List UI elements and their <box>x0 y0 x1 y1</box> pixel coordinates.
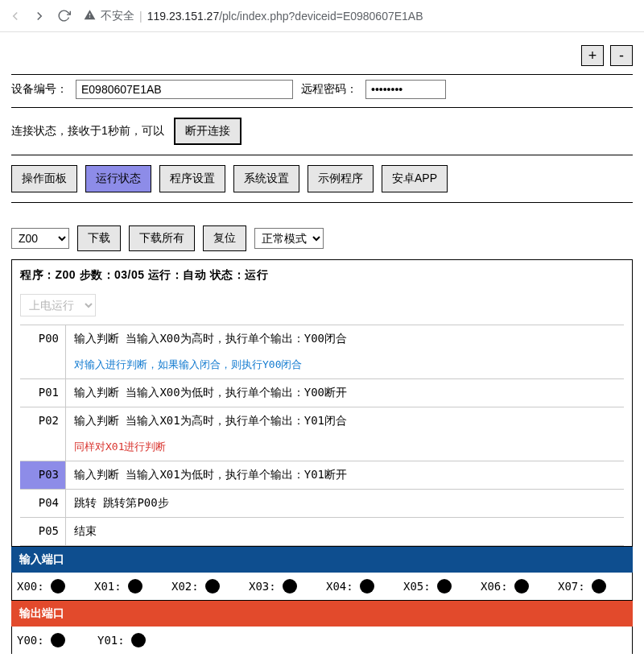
step-note: 同样对X01进行判断 <box>74 428 616 454</box>
port-indicator-icon <box>51 633 65 647</box>
port-label: Y00: <box>17 634 44 647</box>
step-text: 输入判断 当输入X00为高时，执行单个输出：Y00闭合对输入进行判断，如果输入闭… <box>65 325 624 378</box>
url-path: /plc/index.php?deviceid=E0980607E1AB <box>219 10 423 23</box>
input-port-header: 输入端口 <box>11 547 633 573</box>
reload-icon[interactable] <box>55 7 72 25</box>
url-host: 119.23.151.27 <box>147 10 220 23</box>
download-button[interactable]: 下载 <box>77 225 121 251</box>
tab-3[interactable]: 系统设置 <box>233 165 299 192</box>
step-text: 输入判断 当输入X01为低时，执行单个输出：Y01断开 <box>65 461 624 489</box>
mode-select[interactable]: 正常模式 <box>254 228 324 249</box>
zoom-out-button[interactable]: - <box>610 45 633 66</box>
url-bar[interactable]: 不安全 | 119.23.151.27/plc/index.php?device… <box>79 9 638 23</box>
port-indicator-icon <box>131 633 146 647</box>
step-id: P00 <box>20 325 65 378</box>
in-port-1: X01: <box>94 579 163 593</box>
security-label: 不安全 <box>101 9 134 23</box>
zoom-in-button[interactable]: + <box>581 45 604 66</box>
forward-icon[interactable] <box>31 7 48 25</box>
device-id-input[interactable] <box>76 80 293 99</box>
tab-5[interactable]: 安卓APP <box>382 165 448 192</box>
port-label: X04: <box>326 580 353 593</box>
step-id: P01 <box>20 379 65 407</box>
port-label: X01: <box>94 580 122 593</box>
in-port-6: X06: <box>481 579 550 593</box>
step-row[interactable]: P02输入判断 当输入X01为高时，执行单个输出：Y01闭合同样对X01进行判断 <box>20 407 624 461</box>
step-row[interactable]: P00输入判断 当输入X00为高时，执行单个输出：Y00闭合对输入进行判断，如果… <box>20 325 624 378</box>
out-port-1: Y01: <box>97 633 170 647</box>
connection-status-text: 连接状态，接收于1秒前，可以 <box>11 124 164 139</box>
disconnect-button[interactable]: 断开连接 <box>174 118 242 145</box>
port-label: X00: <box>17 580 44 593</box>
port-indicator-icon <box>437 579 452 593</box>
step-row[interactable]: P05结束 <box>20 517 624 546</box>
tab-2[interactable]: 程序设置 <box>159 165 225 192</box>
port-indicator-icon <box>360 579 374 593</box>
tab-1[interactable]: 运行状态 <box>85 165 151 192</box>
program-header: 程序：Z00 步数：03/05 运行：自动 状态：运行 <box>20 267 624 294</box>
port-indicator-icon <box>128 579 142 593</box>
in-port-5: X05: <box>403 579 473 593</box>
port-indicator-icon <box>51 579 65 593</box>
step-text: 输入判断 当输入X00为低时，执行单个输出：Y00断开 <box>65 379 624 407</box>
port-label: X05: <box>403 580 431 593</box>
url-separator: | <box>139 10 142 23</box>
in-port-3: X03: <box>249 579 318 593</box>
port-label: Y01: <box>97 634 125 647</box>
download-all-button[interactable]: 下载所有 <box>129 225 195 251</box>
step-row[interactable]: P03输入判断 当输入X01为低时，执行单个输出：Y01断开 <box>20 461 624 489</box>
tab-4[interactable]: 示例程序 <box>308 165 374 192</box>
step-id: P03 <box>20 461 65 489</box>
port-indicator-icon <box>514 579 529 593</box>
back-icon[interactable] <box>6 7 24 25</box>
step-text: 输入判断 当输入X01为高时，执行单个输出：Y01闭合同样对X01进行判断 <box>65 407 624 461</box>
step-id: P02 <box>20 407 65 461</box>
zone-select[interactable]: Z00 <box>11 228 69 249</box>
port-label: X03: <box>249 580 276 593</box>
step-id: P04 <box>20 490 65 517</box>
step-row[interactable]: P01输入判断 当输入X00为低时，执行单个输出：Y00断开 <box>20 378 624 407</box>
device-id-label: 设备编号： <box>11 82 68 97</box>
port-indicator-icon <box>283 579 297 593</box>
step-note: 对输入进行判断，如果输入闭合，则执行Y00闭合 <box>74 346 616 372</box>
port-label: X07: <box>558 580 585 593</box>
tab-0[interactable]: 操作面板 <box>11 165 77 192</box>
insecure-icon <box>84 9 96 23</box>
reset-button[interactable]: 复位 <box>203 225 246 251</box>
step-id: P05 <box>20 518 65 545</box>
output-port-header: 输出端口 <box>11 601 633 627</box>
boot-mode-select[interactable]: 上电运行 <box>20 294 96 316</box>
in-port-0: X00: <box>17 579 86 593</box>
step-text: 结束 <box>65 518 624 545</box>
port-indicator-icon <box>205 579 220 593</box>
remote-pwd-input[interactable] <box>365 80 446 99</box>
step-text: 跳转 跳转第P00步 <box>65 490 624 517</box>
in-port-7: X07: <box>558 579 627 593</box>
port-indicator-icon <box>592 579 606 593</box>
step-row[interactable]: P04跳转 跳转第P00步 <box>20 489 624 517</box>
in-port-4: X04: <box>326 579 395 593</box>
port-label: X06: <box>481 580 508 593</box>
in-port-2: X02: <box>171 579 241 593</box>
port-label: X02: <box>171 580 199 593</box>
out-port-0: Y00: <box>17 633 89 647</box>
remote-pwd-label: 远程密码： <box>301 82 357 97</box>
